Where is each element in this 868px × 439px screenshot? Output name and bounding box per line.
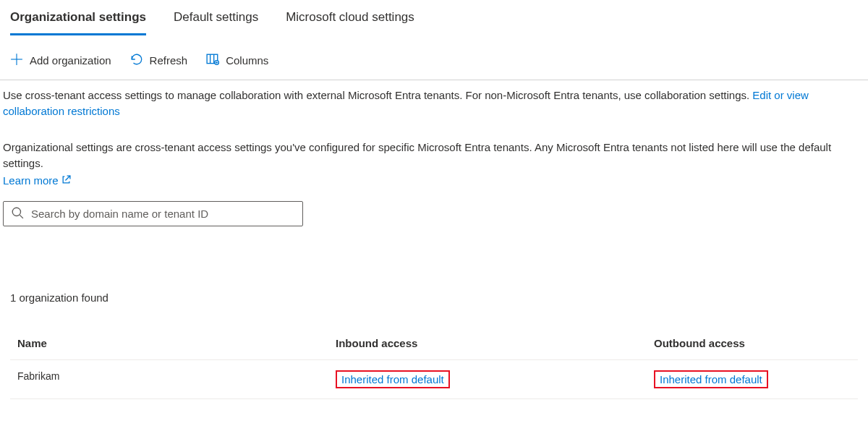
content-area: Use cross-tenant access settings to mana… [0, 80, 868, 187]
tabs-bar: Organizational settings Default settings… [0, 0, 868, 35]
header-name: Name [17, 337, 336, 349]
description-1-text: Use cross-tenant access settings to mana… [3, 89, 752, 101]
svg-point-6 [12, 208, 20, 216]
svg-line-7 [20, 215, 23, 218]
search-box[interactable] [3, 201, 303, 226]
outbound-highlight: Inherited from default [654, 370, 768, 388]
learn-more-label: Learn more [3, 174, 59, 187]
search-icon [11, 206, 24, 221]
refresh-label: Refresh [150, 54, 188, 67]
external-link-icon [61, 174, 71, 187]
add-organization-label: Add organization [30, 54, 111, 67]
add-organization-button[interactable]: Add organization [10, 53, 111, 68]
cell-name: Fabrikam [17, 370, 336, 388]
outbound-access-link[interactable]: Inherited from default [660, 373, 762, 385]
inbound-highlight: Inherited from default [336, 370, 450, 388]
learn-more-link[interactable]: Learn more [3, 174, 71, 187]
tab-organizational-settings[interactable]: Organizational settings [10, 6, 146, 35]
tab-default-settings[interactable]: Default settings [174, 6, 258, 35]
header-outbound: Outbound access [654, 337, 851, 349]
results-count: 1 organization found [10, 291, 868, 304]
search-input[interactable] [31, 208, 295, 220]
columns-label: Columns [226, 54, 268, 67]
description-1: Use cross-tenant access settings to mana… [3, 88, 865, 119]
inbound-access-link[interactable]: Inherited from default [341, 373, 444, 385]
organizations-table: Name Inbound access Outbound access Fabr… [10, 327, 858, 399]
toolbar: Add organization Refresh Columns [0, 35, 868, 80]
header-inbound: Inbound access [336, 337, 654, 349]
search-container [3, 201, 303, 226]
refresh-button[interactable]: Refresh [130, 53, 188, 68]
plus-icon [10, 53, 23, 68]
table-row: Fabrikam Inherited from default Inherite… [10, 360, 858, 399]
description-2: Organizational settings are cross-tenant… [3, 140, 865, 171]
tab-microsoft-cloud-settings[interactable]: Microsoft cloud settings [286, 6, 414, 35]
refresh-icon [130, 53, 143, 68]
columns-icon [206, 53, 219, 68]
columns-button[interactable]: Columns [206, 53, 268, 68]
table-header-row: Name Inbound access Outbound access [10, 327, 858, 360]
